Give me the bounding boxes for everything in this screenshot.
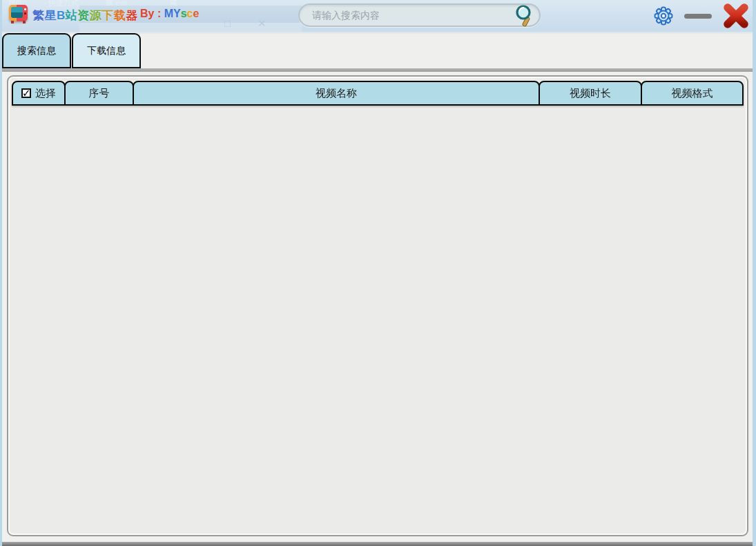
colored-char: 繁	[32, 9, 45, 22]
colored-char: s	[181, 8, 187, 19]
ghost-window-body	[79, 23, 302, 32]
minimize-icon	[684, 14, 712, 19]
header-cell-index[interactable]: 序号	[64, 81, 134, 106]
header-cell-video-name[interactable]: 视频名称	[133, 81, 540, 106]
colored-char: M	[164, 8, 173, 19]
ghost-maximize-icon: □	[224, 17, 231, 29]
close-button[interactable]	[719, 0, 753, 32]
titlebar: htm - 快捷方式 藏.exe 藏 □ ✕ 繁星B站资源下载器 By : MY…	[2, 0, 753, 32]
tab-strip: 搜索信息 下载信息	[2, 32, 753, 68]
select-all-checkbox[interactable]	[21, 88, 31, 98]
colored-char: Y	[173, 8, 181, 19]
tv-button-dot	[24, 8, 26, 10]
header-cell-select[interactable]: 选择	[12, 81, 66, 106]
tab-download-info[interactable]: 下载信息	[72, 33, 141, 68]
app-window: htm - 快捷方式 藏.exe 藏 □ ✕ 繁星B站资源下载器 By : MY…	[2, 0, 753, 546]
search-input[interactable]	[311, 9, 514, 21]
colored-char: 资	[77, 9, 90, 22]
author-byline: By : MYsce	[140, 8, 199, 20]
colored-char: 下	[101, 9, 114, 22]
colored-char: 载	[114, 9, 126, 22]
main-area: 选择 序号 视频名称 视频时长 视频格式	[2, 72, 753, 542]
tv-button-dot	[24, 12, 26, 14]
colored-char: 站	[66, 9, 78, 22]
settings-button[interactable]	[650, 0, 677, 32]
colored-char: B	[57, 9, 66, 22]
header-cell-duration[interactable]: 视频时长	[539, 81, 642, 106]
table-header: 选择 序号 视频名称 视频时长 视频格式	[12, 81, 744, 106]
header-label-select: 选择	[35, 87, 56, 100]
search-box	[298, 3, 541, 27]
window-bottom-edge	[2, 542, 753, 546]
colored-char: 器	[126, 9, 138, 22]
colored-char: 星	[45, 9, 57, 22]
header-cell-format[interactable]: 视频格式	[641, 81, 744, 106]
colored-char: e	[193, 8, 199, 19]
tv-foot	[23, 21, 26, 23]
gear-icon	[654, 6, 673, 26]
colored-char: 源	[90, 9, 102, 22]
tv-foot	[11, 21, 14, 23]
app-title: 繁星B站资源下载器	[32, 8, 138, 23]
colored-char: By :	[140, 8, 164, 19]
minimize-button[interactable]	[681, 0, 715, 32]
content-panel: 选择 序号 视频名称 视频时长 视频格式	[7, 75, 748, 536]
tv-screen	[11, 7, 23, 18]
search-icon[interactable]	[514, 4, 536, 29]
ghost-close-icon: ✕	[258, 17, 266, 30]
tab-search-info[interactable]: 搜索信息	[2, 33, 71, 68]
app-tv-icon	[9, 5, 28, 21]
close-icon	[721, 2, 751, 30]
table-body	[12, 106, 744, 531]
